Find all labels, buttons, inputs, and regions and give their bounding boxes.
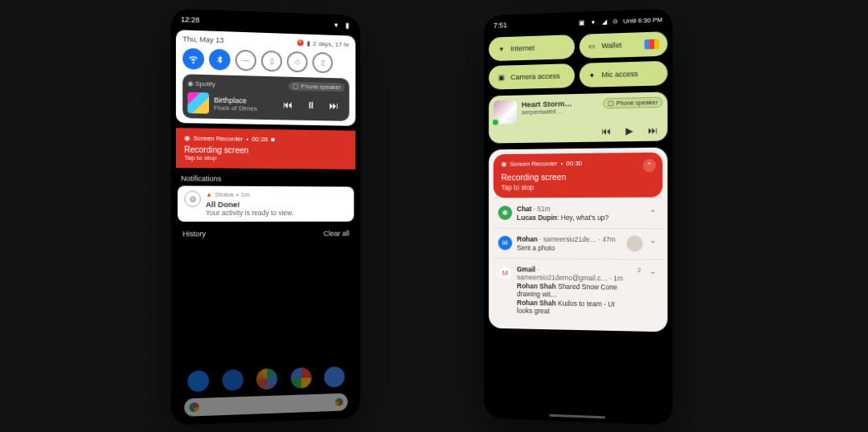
chat-app-icon: ✱ xyxy=(498,206,512,220)
dnd-until-label: Until 6:30 PM xyxy=(623,16,662,25)
chevron-down-icon[interactable]: ⌄ xyxy=(648,267,657,275)
media-artist: serpentwithf… xyxy=(522,107,598,116)
strava-sub: Your activity is ready to view. xyxy=(206,209,293,217)
qs-internet-tile[interactable]: ▾Internet xyxy=(489,35,574,61)
wallet-icon: ▭ xyxy=(587,42,596,50)
notifications-section-label: Notifications xyxy=(176,168,355,187)
battery-estimate: 2 days, 17 hr xyxy=(313,39,349,47)
phone-icon: ▢ xyxy=(608,100,614,107)
messages-app-icon: ✉ xyxy=(498,236,512,251)
skip-prev-icon[interactable]: ⏮ xyxy=(282,99,292,110)
media-artist: Flock of Dimes xyxy=(214,104,271,112)
recorder-sub: Tap to stop xyxy=(502,182,654,191)
wallet-card-icon xyxy=(645,39,659,50)
battery-icon: ▮ xyxy=(343,22,351,30)
media-player-card[interactable]: ◉ Spotify ▢Phone speaker Birthplace Floc… xyxy=(182,74,349,121)
record-icon: ◉ xyxy=(184,134,190,141)
quick-settings-panel: Thu, May 13 ▮ 2 days, 17 hr ― ▯ ◇ ▯ xyxy=(176,30,355,126)
gmail-notification[interactable]: M Gmail · sameersio21demo@gmail.c… · 1m … xyxy=(493,258,662,324)
cast-icon: ▣ xyxy=(578,18,586,26)
strava-title: All Done! xyxy=(206,200,293,209)
history-label[interactable]: History xyxy=(182,230,206,238)
skip-next-icon[interactable]: ⏭ xyxy=(329,100,338,112)
clock: 12:28 xyxy=(181,15,199,24)
phone-icon: ▢ xyxy=(292,83,298,90)
qs-bluetooth-tile[interactable] xyxy=(209,49,231,71)
google-icon xyxy=(189,402,199,413)
strava-icon: ▲ xyxy=(206,191,212,198)
gmail-app-icon: M xyxy=(498,266,512,280)
assistant-icon[interactable] xyxy=(335,398,343,406)
qs-dnd-tile[interactable]: ― xyxy=(235,50,256,71)
notification-shade: ◉ Screen Recorder • 00:30 ⌃ Recording sc… xyxy=(489,148,667,332)
status-bar: 12:28 ▾ ▮ xyxy=(176,12,355,33)
record-icon: ◉ xyxy=(502,161,507,168)
qs-autorotate-tile[interactable]: ◇ xyxy=(287,51,308,73)
status-bar: 7:51 ▣ ▾ ◢ ⊝ Until 6:30 PM xyxy=(489,12,667,33)
mic-icon: ● xyxy=(587,71,596,79)
stop-icon: ■ xyxy=(271,136,275,143)
gesture-nav-pill[interactable] xyxy=(549,414,605,419)
qs-flashlight-tile[interactable]: ▯ xyxy=(261,51,282,72)
clock: 7:51 xyxy=(493,21,507,29)
spotify-icon: ◉ xyxy=(187,80,193,88)
qs-battery-saver-tile[interactable]: ▯ xyxy=(313,52,334,73)
contact-avatar xyxy=(626,235,642,251)
skip-prev-icon[interactable]: ⏮ xyxy=(601,125,611,137)
phone-android11: 12:28 ▾ ▮ Thu, May 13 ▮ 2 days, 17 hr xyxy=(171,8,360,425)
qs-camera-access-tile[interactable]: ▣Camera access xyxy=(489,63,574,90)
google-search-bar[interactable] xyxy=(184,393,347,417)
qs-wifi-tile[interactable] xyxy=(182,48,204,70)
strava-notification[interactable]: ⚙ ▲ Strava • 1m All Done! Your activity … xyxy=(178,185,354,222)
media-output-chip[interactable]: ▢Phone speaker xyxy=(288,82,344,92)
phone-android12: 7:51 ▣ ▾ ◢ ⊝ Until 6:30 PM ▾Internet ▭Wa… xyxy=(484,8,672,425)
play-store-icon[interactable] xyxy=(256,369,277,390)
album-art xyxy=(187,92,209,114)
recorder-title: Recording screen xyxy=(502,171,654,181)
camera-icon: ▣ xyxy=(497,73,506,81)
screen-recorder-notification[interactable]: ◉ Screen Recorder • 00:28 ■ Recording sc… xyxy=(176,128,355,169)
collapse-icon[interactable]: ⌃ xyxy=(643,159,656,172)
notification-count: 2 xyxy=(637,267,641,274)
recording-indicator-icon[interactable] xyxy=(297,39,304,46)
qs-date: Thu, May 13 xyxy=(182,35,223,44)
media-output-chip[interactable]: ▢Phone speaker xyxy=(603,97,663,109)
phone-app-icon[interactable] xyxy=(187,370,209,392)
media-player-card[interactable]: Heart Storm… serpentwithf… ▢Phone speake… xyxy=(489,92,667,143)
gear-icon[interactable]: ⚙ xyxy=(184,191,201,207)
qs-mic-access-tile[interactable]: ●Mic access xyxy=(579,61,667,88)
dnd-icon: ⊝ xyxy=(612,17,620,25)
chevron-down-icon[interactable]: ⌄ xyxy=(648,235,657,244)
battery-icon: ▮ xyxy=(306,39,309,47)
clear-all-button[interactable]: Clear all xyxy=(323,230,349,238)
wifi-icon: ▾ xyxy=(497,45,506,53)
messages-notification[interactable]: ✉ Rohan · sameersio21de… · 47m Sent a ph… xyxy=(493,228,662,259)
spotify-badge-icon xyxy=(491,118,500,127)
skip-next-icon[interactable]: ⏭ xyxy=(648,124,657,136)
qs-wallet-tile[interactable]: ▭Wallet xyxy=(579,31,667,59)
messages-app-icon[interactable] xyxy=(223,369,244,391)
chevron-down-icon[interactable]: ⌄ xyxy=(648,205,657,214)
album-art xyxy=(493,100,517,124)
chrome-icon[interactable] xyxy=(291,367,312,389)
home-screen-blurred xyxy=(176,328,355,421)
camera-app-icon[interactable] xyxy=(324,366,344,387)
media-app-label: Spotify xyxy=(195,80,215,88)
recorder-sub: Tap to stop xyxy=(184,154,347,163)
play-icon[interactable]: ▶ xyxy=(625,125,633,137)
wifi-icon: ▾ xyxy=(589,18,597,26)
signal-icon: ◢ xyxy=(600,18,608,26)
wifi-icon: ▾ xyxy=(332,21,340,29)
pause-icon[interactable]: ⏸ xyxy=(305,100,315,111)
screen-recorder-notification[interactable]: ◉ Screen Recorder • 00:30 ⌃ Recording sc… xyxy=(493,153,662,198)
chat-notification[interactable]: ✱ Chat · 51m Lucas Dupin: Hey, what's up… xyxy=(493,198,662,229)
